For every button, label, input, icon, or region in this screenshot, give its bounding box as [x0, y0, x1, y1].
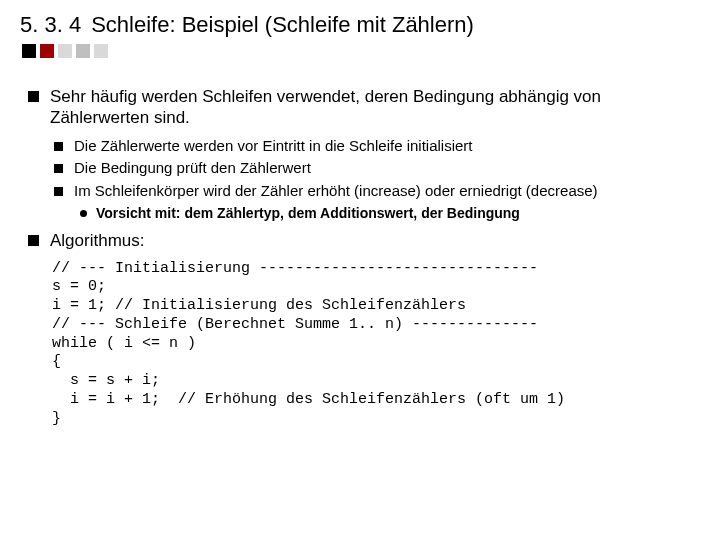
bullet-text: Die Bedingung prüft den Zählerwert [74, 159, 311, 176]
bullet-level3: Vorsicht mit: dem Zählertyp, dem Additio… [74, 205, 696, 223]
square-icon [22, 44, 36, 58]
code-block: // --- Initialisierung -----------------… [52, 260, 696, 429]
slide-content: Sehr häufig werden Schleifen verwendet, … [20, 86, 700, 428]
section-number: 5. 3. 4 [20, 12, 81, 38]
bullet-level2: Die Bedingung prüft den Zählerwert [50, 159, 696, 178]
bullet-text: Algorithmus: [50, 231, 144, 250]
slide: 5. 3. 4 Schleife: Beispiel (Schleife mit… [0, 0, 720, 428]
bullet-level1: Sehr häufig werden Schleifen verwendet, … [24, 86, 696, 222]
decorative-squares [22, 44, 700, 58]
square-icon [94, 44, 108, 58]
square-icon [76, 44, 90, 58]
bullet-level2: Im Schleifenkörper wird der Zähler erhöh… [50, 182, 696, 222]
title-text: Schleife: Beispiel (Schleife mit Zählern… [91, 12, 474, 38]
square-icon [58, 44, 72, 58]
bullet-text: Die Zählerwerte werden vor Eintritt in d… [74, 137, 473, 154]
bullet-level2: Die Zählerwerte werden vor Eintritt in d… [50, 137, 696, 156]
bullet-level1: Algorithmus: [24, 230, 696, 251]
bullet-text: Sehr häufig werden Schleifen verwendet, … [50, 87, 601, 127]
bullet-text: Im Schleifenkörper wird der Zähler erhöh… [74, 182, 598, 199]
bullet-text: Vorsicht mit: dem Zählertyp, dem Additio… [96, 205, 520, 221]
square-icon [40, 44, 54, 58]
slide-title: 5. 3. 4 Schleife: Beispiel (Schleife mit… [20, 12, 700, 38]
